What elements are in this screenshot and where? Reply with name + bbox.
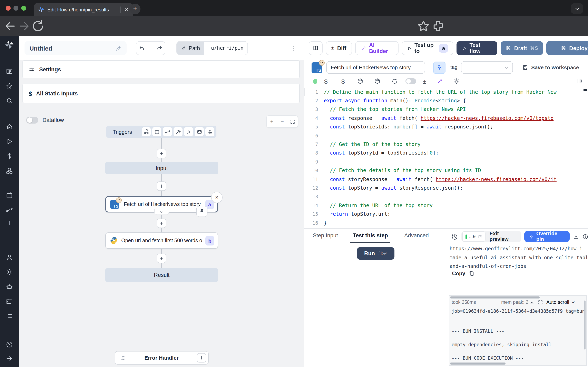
remove-step-button[interactable]: ✕ — [211, 192, 223, 203]
collapse-step-chevron[interactable] — [154, 209, 169, 215]
sidebar-item-workers[interactable] — [6, 283, 13, 290]
package-button-1[interactable] — [356, 77, 364, 85]
sidebar-item-variables[interactable] — [6, 152, 13, 160]
sidebar-item-schedules[interactable] — [6, 192, 13, 199]
flow-name-field[interactable]: Untitled — [25, 41, 127, 55]
new-tab-button[interactable]: + — [130, 4, 140, 14]
auto-scroll-check-icon[interactable]: ✓ — [572, 299, 576, 305]
step-name-input[interactable]: Fetch url of HackerNews top story — [326, 61, 425, 74]
resources-button[interactable]: $ — [339, 77, 347, 85]
log-expand-button[interactable] — [538, 300, 543, 305]
download-result-button[interactable] — [573, 234, 579, 240]
undo-button[interactable] — [136, 45, 148, 51]
pin-toggle-button[interactable] — [433, 62, 445, 74]
log-scrollbar-right[interactable] — [584, 300, 586, 350]
editor-settings-button[interactable] — [453, 77, 460, 85]
save-to-workspace-button[interactable]: Save to workspace — [522, 61, 579, 74]
sidebar-item-apps[interactable] — [6, 68, 13, 75]
sidebar-item-flows[interactable] — [6, 206, 13, 214]
docs-button[interactable] — [309, 41, 323, 55]
log-scrollbar-top[interactable] — [450, 296, 540, 299]
add-step-button-4[interactable] — [157, 254, 166, 263]
sidebar-item-favorites[interactable] — [6, 82, 13, 90]
library-button[interactable] — [576, 77, 584, 85]
ai-assist-button[interactable] — [436, 77, 443, 85]
sidebar-item-audit-logs[interactable] — [6, 312, 13, 320]
override-pin-button[interactable]: Override pin — [524, 231, 570, 242]
test-up-to-button[interactable]: Test up to a — [402, 41, 453, 55]
tab-step-input[interactable]: Step Input — [313, 228, 338, 242]
draft-button[interactable]: Draft ⌘S — [501, 41, 543, 55]
reload-button[interactable] — [31, 19, 45, 33]
tab-close-icon[interactable] — [124, 7, 129, 12]
browser-tab[interactable]: Edit Flow u/henri/pin_results — [34, 3, 133, 16]
route-trigger-icon[interactable] — [163, 127, 172, 136]
sidebar-item-home[interactable] — [6, 123, 13, 131]
sidebar-item-users[interactable] — [6, 254, 13, 261]
job-id-badge[interactable]: ...9 — [462, 231, 485, 242]
copy-result-button[interactable]: Copy — [452, 270, 474, 276]
pinned-indicator-button[interactable] — [196, 206, 208, 217]
error-handler-node[interactable]: Error Handler — [115, 351, 209, 365]
log-scrollbar-bottom[interactable] — [450, 363, 506, 365]
tag-select[interactable] — [461, 61, 513, 74]
add-step-button-2[interactable] — [157, 182, 166, 191]
result-info-button[interactable] — [582, 234, 588, 240]
static-inputs-bar[interactable]: $ All Static Inputs — [22, 83, 300, 103]
test-flow-button[interactable]: Test flow — [457, 41, 497, 55]
zoom-in-button[interactable]: + — [267, 116, 277, 127]
code-editor[interactable]: 1// Define the main function to fetch th… — [304, 88, 588, 228]
sidebar-item-settings[interactable] — [6, 268, 13, 276]
forward-button[interactable] — [17, 19, 31, 33]
bookmark-button[interactable] — [416, 19, 430, 33]
path-button[interactable]: Path u/henri/pin — [176, 41, 248, 55]
windmill-logo-icon[interactable] — [5, 40, 14, 49]
tab-advanced[interactable]: Advanced — [404, 228, 429, 242]
back-button[interactable] — [3, 19, 17, 33]
add-step-button-3[interactable] — [157, 218, 166, 228]
tab-search-button[interactable] — [571, 3, 583, 14]
diff-button[interactable]: ± Diff — [326, 41, 352, 55]
reset-button[interactable] — [391, 77, 398, 85]
sidebar-item-resources[interactable] — [6, 167, 13, 175]
extensions-button[interactable] — [431, 19, 445, 33]
postgres-trigger-icon[interactable] — [184, 127, 193, 136]
zoom-out-button[interactable]: − — [277, 116, 287, 127]
log-download-button[interactable] — [529, 300, 535, 305]
deploy-button[interactable]: Deploy — [546, 41, 588, 55]
redo-button[interactable] — [154, 45, 165, 51]
edit-pencil-icon[interactable] — [116, 45, 122, 51]
history-button[interactable] — [451, 233, 458, 240]
email-trigger-icon[interactable] — [195, 127, 204, 136]
webhook-trigger-icon[interactable] — [142, 127, 151, 136]
sidebar-item-search[interactable] — [6, 97, 13, 104]
step-node-b[interactable]: Open url and fetch first 500 words of ..… — [105, 233, 218, 249]
sidebar-item-folders[interactable] — [6, 298, 13, 305]
sidebar-item-add[interactable]: + — [6, 219, 13, 227]
auto-scroll-label[interactable]: Auto scroll — [546, 299, 569, 305]
variables-button[interactable]: $ — [322, 77, 329, 85]
run-button[interactable]: Run ⌘↵ — [357, 247, 394, 260]
more-options-button[interactable]: ⋮ — [288, 41, 298, 55]
sidebar-item-runs[interactable] — [6, 138, 13, 145]
result-node[interactable]: Result — [105, 268, 218, 282]
dataflow-toggle[interactable] — [26, 117, 38, 124]
package-button-2[interactable] — [374, 77, 381, 85]
schedule-trigger-icon[interactable] — [152, 127, 161, 136]
window-minimize-button[interactable] — [13, 6, 18, 11]
kafka-trigger-icon[interactable] — [205, 127, 214, 136]
sidebar-item-help[interactable] — [6, 341, 13, 348]
ai-builder-button[interactable]: AI Builder — [355, 41, 398, 55]
sidebar-collapse-icon[interactable] — [6, 355, 13, 362]
diff-mode-toggle[interactable] — [406, 77, 416, 85]
window-zoom-button[interactable] — [21, 6, 26, 11]
diff-editor-button[interactable]: ± — [421, 77, 428, 85]
flow-settings-bar[interactable]: Settings — [22, 60, 300, 78]
input-node[interactable]: Input — [105, 162, 218, 174]
triggers-node[interactable]: Triggers — [106, 125, 216, 138]
external-link-icon[interactable] — [477, 234, 482, 239]
add-step-button-1[interactable] — [157, 149, 166, 158]
add-error-handler-button[interactable] — [197, 353, 206, 363]
websocket-trigger-icon[interactable] — [173, 127, 182, 136]
step-node-a[interactable]: TS Fetch url of HackerNews top story a ✕ — [105, 196, 218, 212]
